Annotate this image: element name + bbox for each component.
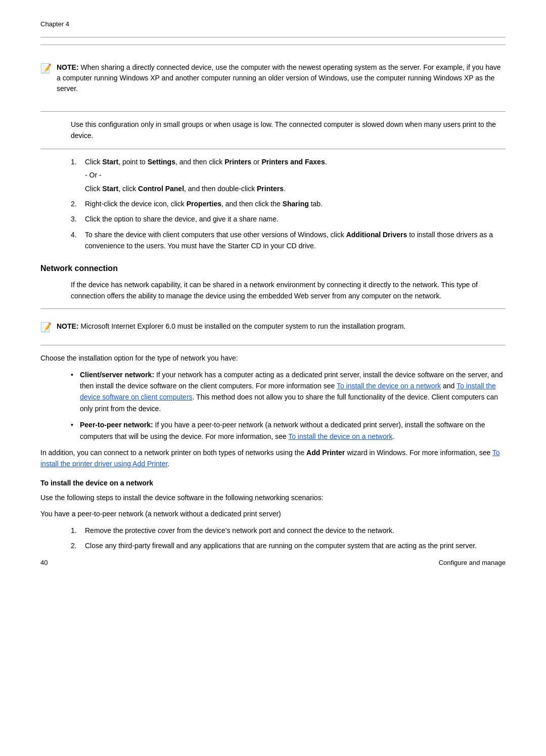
bold-additional-drivers: Additional Drivers xyxy=(346,231,407,239)
bullet-peer-to-peer: Peer-to-peer network: If you have a peer… xyxy=(71,419,506,442)
network-body-1: If the device has network capability, it… xyxy=(71,279,506,302)
bold-sharing: Sharing xyxy=(283,200,309,208)
note-icon-2: 📝 xyxy=(40,322,52,333)
page-footer: 40 Configure and manage xyxy=(40,559,506,566)
note-icon-1: 📝 xyxy=(40,63,52,74)
step-1b: Click Start, click Control Panel, and th… xyxy=(85,183,506,194)
note-label-2: NOTE: xyxy=(57,322,79,330)
footer-label: Configure and manage xyxy=(439,559,506,566)
bold-peer-to-peer: Peer-to-peer network: xyxy=(80,421,153,429)
bold-client-server: Client/server network: xyxy=(80,371,154,379)
link-install-on-network-1[interactable]: To install the device on a network xyxy=(337,382,441,390)
page-number: 40 xyxy=(40,559,48,566)
install-steps-list: Remove the protective cover from the dev… xyxy=(71,525,506,552)
add-printer-paragraph: In addition, you can connect to a networ… xyxy=(40,447,506,470)
or-text: - Or - xyxy=(85,169,506,181)
body-paragraph-1: Use this configuration only in small gro… xyxy=(71,119,506,142)
network-bullet-list: Client/server network: If your network h… xyxy=(71,369,506,442)
install-step-1: Remove the protective cover from the dev… xyxy=(71,525,506,536)
bold-printers-faxes: Printers and Faxes xyxy=(261,158,325,166)
bold-control-panel: Control Panel xyxy=(138,185,184,193)
chapter-label: Chapter 4 xyxy=(40,20,69,28)
steps-list: Click Start, point to Settings, and then… xyxy=(71,156,506,252)
install-body-2: You have a peer-to-peer network (a netwo… xyxy=(40,508,506,519)
bold-properties: Properties xyxy=(187,200,221,208)
network-body-2: Choose the installation option for the t… xyxy=(40,352,506,364)
step-3: Click the option to share the device, an… xyxy=(71,213,506,225)
step-2: Right-click the device icon, click Prope… xyxy=(71,198,506,209)
install-body-1: Use the following steps to install the d… xyxy=(40,492,506,503)
network-connection-heading: Network connection xyxy=(40,264,506,273)
link-add-printer[interactable]: To install the printer driver using Add … xyxy=(40,449,500,468)
chapter-header: Chapter 4 xyxy=(40,20,506,28)
bold-start-1: Start xyxy=(102,158,118,166)
note-block-1: 📝 NOTE: When sharing a directly connecte… xyxy=(40,45,506,112)
divider-4 xyxy=(40,345,506,345)
install-step-2: Close any third-party firewall and any a… xyxy=(71,540,506,551)
step-4: To share the device with client computer… xyxy=(71,229,506,252)
bullet-client-server: Client/server network: If your network h… xyxy=(71,369,506,415)
bold-start-2: Start xyxy=(102,185,118,193)
link-install-on-network-2[interactable]: To install the device on a network xyxy=(288,432,392,440)
note-content-1: 📝 NOTE: When sharing a directly connecte… xyxy=(40,57,506,99)
note-text-1: NOTE: When sharing a directly connected … xyxy=(57,62,506,94)
note-block-2: 📝 NOTE: Microsoft Internet Explorer 6.0 … xyxy=(40,316,506,338)
step-1: Click Start, point to Settings, and then… xyxy=(71,156,506,194)
install-device-heading: To install the device on a network xyxy=(40,479,506,487)
bold-add-printer: Add Printer xyxy=(306,449,345,457)
note-label-1: NOTE: xyxy=(57,63,79,71)
note-body-1: When sharing a directly connected device… xyxy=(57,63,501,93)
bold-settings: Settings xyxy=(148,158,175,166)
bold-printers-1: Printers xyxy=(224,158,251,166)
divider-2 xyxy=(40,149,506,149)
divider-3 xyxy=(40,308,506,309)
bold-printers-2: Printers xyxy=(257,185,284,193)
note-text-2: NOTE: Microsoft Internet Explorer 6.0 mu… xyxy=(57,321,405,332)
note-body-2: Microsoft Internet Explorer 6.0 must be … xyxy=(80,322,405,330)
top-divider xyxy=(40,37,506,37)
